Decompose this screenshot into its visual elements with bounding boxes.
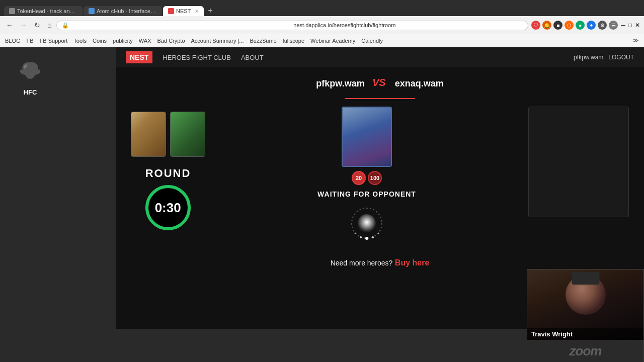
alert-icon: 🔔 <box>542 21 551 30</box>
bookmark-wax[interactable]: WAX <box>139 38 151 44</box>
center-section: 20 100 WAITING FOR OPPONENT <box>215 107 518 241</box>
ext6-icon: ☰ <box>609 21 618 30</box>
player1-name: pfkpw.wam <box>316 78 364 89</box>
timer-circle: 0:30 <box>145 185 191 230</box>
security-icon: 🛡 <box>531 21 540 30</box>
round-section: ROUND 0:30 <box>145 167 191 230</box>
address-text: nest.dapplica.io/heroesfightclub/fightro… <box>293 22 523 28</box>
ext5-icon: ⚙ <box>598 21 607 30</box>
card-2[interactable] <box>170 112 205 157</box>
card-1[interactable] <box>131 112 166 157</box>
tab-tokenhead[interactable]: TokenHead - track and showcase ... <box>4 6 83 16</box>
spinner-svg <box>349 206 384 241</box>
tab-close-icon[interactable]: ✕ <box>195 9 199 14</box>
svg-point-4 <box>372 236 374 238</box>
player-cards <box>131 112 205 157</box>
hfc-logo-icon <box>15 57 45 87</box>
nav-heroes-fight-club[interactable]: HEROES FIGHT CLUB <box>163 54 231 61</box>
nav-about[interactable]: ABOUT <box>241 54 264 61</box>
loading-spinner <box>349 206 384 241</box>
browser-toolbar: ← → ↻ ⌂ 🔒 nest.dapplica.io/heroesfightcl… <box>0 16 644 34</box>
stat-badge-2: 100 <box>368 171 382 185</box>
bookmark-fb[interactable]: FB <box>27 38 34 44</box>
forward-button[interactable]: → <box>18 20 29 30</box>
ext3-icon: ● <box>576 21 585 30</box>
ext2-icon: ⬡ <box>565 21 574 30</box>
bookmark-buzzsumo[interactable]: BuzzSumo <box>250 38 276 44</box>
lock-icon: 🔒 <box>62 22 291 29</box>
stats-row: 20 100 <box>352 171 382 185</box>
browser-tabs: TokenHead - track and showcase ... Atom … <box>0 0 644 16</box>
logout-button[interactable]: LOGOUT <box>608 54 634 61</box>
back-button[interactable]: ← <box>4 20 15 30</box>
home-button[interactable]: ⌂ <box>45 20 53 30</box>
bookmark-coins[interactable]: Coins <box>93 38 107 44</box>
vs-graphic: VS <box>370 75 390 90</box>
bookmark-fullscope[interactable]: fullscope <box>283 38 304 44</box>
round-label: ROUND <box>145 167 191 180</box>
site-nav: NEST HEROES FIGHT CLUB ABOUT pfkpw.wam L… <box>116 47 644 67</box>
sidebar-dark: HFC <box>0 47 116 329</box>
left-section: ROUND 0:30 <box>131 107 205 230</box>
ext1-icon: ■ <box>553 21 562 30</box>
address-bar[interactable]: 🔒 nest.dapplica.io/heroesfightclub/fight… <box>56 21 528 30</box>
refresh-button[interactable]: ↻ <box>32 20 42 30</box>
tab-nest[interactable]: NEST ✕ <box>163 6 204 16</box>
hero-card[interactable] <box>342 107 392 167</box>
bookmark-fb-support[interactable]: FB Support <box>40 38 68 44</box>
zoom-video-area: Travis Wright <box>527 269 643 340</box>
bookmark-calendly[interactable]: Calendly <box>361 38 383 44</box>
svg-point-5 <box>360 236 362 238</box>
new-tab-button[interactable]: + <box>205 5 215 16</box>
svg-point-1 <box>358 214 376 232</box>
bookmark-webinar[interactable]: Webinar Academy <box>310 38 355 44</box>
timer-text: 0:30 <box>155 200 181 216</box>
bookmark-account[interactable]: Account Summary |... <box>191 38 244 44</box>
minimize-button[interactable]: ─ <box>621 22 625 29</box>
site-nav-right: pfkpw.wam LOGOUT <box>574 54 634 61</box>
svg-text:VS: VS <box>372 77 386 88</box>
browser-frame: TokenHead - track and showcase ... Atom … <box>0 0 644 47</box>
fight-area: ROUND 0:30 20 100 WAIT <box>116 99 644 248</box>
stat-badge-1: 20 <box>352 171 366 185</box>
waiting-text: WAITING FOR OPPONENT <box>317 190 416 198</box>
more-bookmarks-icon[interactable]: ≫ <box>633 37 639 44</box>
player2-name: exnaq.wam <box>395 78 444 89</box>
bookmarks-bar: BLOG FB FB Support Tools Coins publicity… <box>0 34 644 47</box>
vs-icon: VS <box>370 75 390 92</box>
zoom-controls-bar: zoom <box>527 340 643 362</box>
ext4-icon: ✦ <box>587 21 596 30</box>
hfc-logo-container: HFC <box>15 57 45 96</box>
hfc-label: HFC <box>24 88 37 96</box>
zoom-name-bar: Travis Wright <box>527 328 643 340</box>
logged-in-user: pfkpw.wam <box>574 54 603 61</box>
right-placeholder <box>528 107 629 217</box>
site-logo[interactable]: NEST <box>126 51 152 63</box>
bookmark-bad-crypto[interactable]: Bad Crypto <box>157 38 185 44</box>
bookmark-publicity[interactable]: publicity <box>113 38 133 44</box>
buy-link-text[interactable]: Buy here <box>395 258 429 267</box>
zoom-logo-text: zoom <box>570 343 602 359</box>
toolbar-icons: 🛡 🔔 ■ ⬡ ● ✦ ⚙ ☰ <box>531 21 618 30</box>
vs-header: pfkpw.wam VS exnaq.wam <box>116 67 644 97</box>
bookmark-tools[interactable]: Tools <box>73 38 87 44</box>
buy-text: Need more heroes? <box>331 259 393 267</box>
svg-point-7 <box>355 233 356 234</box>
svg-point-3 <box>365 237 368 240</box>
tab-atomchub[interactable]: Atom cHub - Interface for the EO... <box>84 6 162 16</box>
zoom-username: Travis Wright <box>531 330 573 338</box>
close-button[interactable]: ✕ <box>635 22 640 29</box>
svg-point-6 <box>378 233 379 234</box>
zoom-overlay: Travis Wright zoom <box>527 269 644 362</box>
bookmark-blog[interactable]: BLOG <box>5 38 21 44</box>
maximize-button[interactable]: □ <box>628 22 632 29</box>
